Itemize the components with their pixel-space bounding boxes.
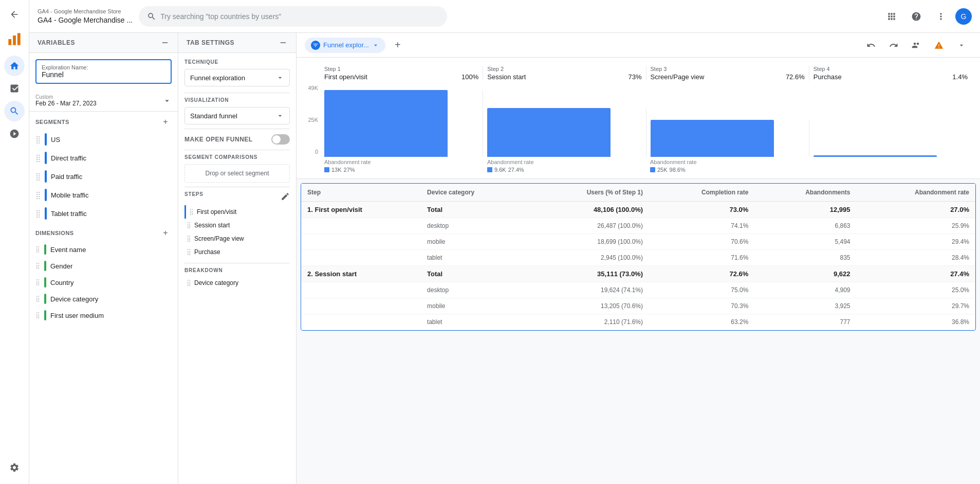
- dimension-item-first-user-medium[interactable]: ⣿ First user medium: [29, 307, 178, 324]
- abandon-color-3: [650, 167, 655, 172]
- dim-label-country: Country: [50, 279, 74, 286]
- cell-abandon-rate-2: 29.4%: [857, 234, 975, 250]
- funnel-chart: Step 1 First open/visit 100% Step 2 Sess…: [297, 58, 980, 179]
- cell-step-7: [301, 314, 421, 330]
- cell-device-2: mobile: [421, 234, 527, 250]
- drop-segment-box[interactable]: Drop or select segment: [184, 164, 290, 183]
- nav-reports[interactable]: [4, 78, 25, 99]
- nav-home[interactable]: [4, 56, 25, 76]
- step4-name: Purchase: [813, 73, 842, 81]
- cell-completion-2: 70.6%: [649, 234, 754, 250]
- date-chevron-icon: [162, 96, 172, 105]
- expand-button[interactable]: [951, 35, 972, 56]
- segment-item-direct-traffic[interactable]: ⣿ Direct traffic: [29, 149, 178, 167]
- abandon-count-2: 9.6K: [494, 167, 506, 173]
- step-item-screen-page-view[interactable]: ⣿ Screen/Page view: [184, 232, 290, 245]
- segment-item-mobile-traffic[interactable]: ⣿ Mobile traffic: [29, 186, 178, 204]
- segment-item-us[interactable]: ⣿ US: [29, 130, 178, 149]
- dim-handle-event-name: ⣿: [35, 246, 40, 253]
- nav-advertising[interactable]: [4, 123, 25, 144]
- technique-select[interactable]: Funnel exploration: [184, 69, 290, 86]
- cell-completion-0: 73.0%: [649, 202, 754, 218]
- step4-pct: 1.4%: [952, 73, 968, 81]
- nav-settings[interactable]: [4, 457, 25, 478]
- steps-edit-icon[interactable]: [281, 192, 290, 201]
- exploration-name-box[interactable]: Exploration Name: Funnel: [35, 59, 172, 84]
- step-item-purchase[interactable]: ⣿ Purchase: [184, 245, 290, 259]
- nav-explore[interactable]: [4, 101, 25, 121]
- search-bar[interactable]: Try searching "top countries by users": [139, 6, 447, 27]
- segment-bar-us: [45, 133, 47, 146]
- dimensions-section-header: DIMENSIONS +: [29, 223, 178, 241]
- open-funnel-toggle[interactable]: [271, 134, 290, 145]
- col-header-step: Step: [301, 184, 421, 202]
- chart-bars-container: 49K 25K 0: [305, 85, 972, 157]
- segments-section-header: SEGMENTS +: [29, 112, 178, 130]
- dimension-item-device-category[interactable]: ⣿ Device category: [29, 291, 178, 307]
- cell-device-5: desktop: [421, 282, 527, 298]
- cell-users-2: 18,699 (100.0%): [527, 234, 649, 250]
- tab-dropdown-icon[interactable]: [372, 42, 379, 49]
- table-row-1: desktop 26,487 (100.0%) 74.1% 6,863 25.9…: [301, 218, 975, 234]
- dimension-item-event-name[interactable]: ⣿ Event name: [29, 241, 178, 258]
- cell-abandon-5: 4,909: [754, 282, 856, 298]
- step1-name: First open/visit: [324, 73, 367, 81]
- y-label-25k: 25K: [308, 117, 318, 123]
- dimension-item-country[interactable]: ⣿ Country: [29, 274, 178, 291]
- cell-users-3: 2,945 (100.0%): [527, 250, 649, 266]
- dimension-item-gender[interactable]: ⣿ Gender: [29, 258, 178, 274]
- user-avatar[interactable]: G: [955, 8, 972, 25]
- warning-button[interactable]: [929, 35, 949, 56]
- redo-button[interactable]: [883, 35, 904, 56]
- breakdown-label: BREAKDOWN: [184, 267, 290, 273]
- cell-device-4: Total: [421, 266, 527, 282]
- table-row-6: mobile 13,205 (70.6%) 70.3% 3,925 29.7%: [301, 298, 975, 314]
- undo-button[interactable]: [861, 35, 881, 56]
- dim-bar-device-category: [44, 294, 46, 304]
- step1-name-row: First open/visit 100%: [324, 73, 478, 81]
- add-tab-button[interactable]: +: [390, 37, 406, 53]
- table-row-3: tablet 2,945 (100.0%) 71.6% 835 28.4%: [301, 250, 975, 266]
- more-options-button[interactable]: [931, 6, 951, 27]
- data-table: Step Device category Users (% of Step 1)…: [301, 183, 976, 331]
- visualization-select[interactable]: Standard funnel: [184, 107, 290, 124]
- variables-minimize-icon[interactable]: [160, 38, 170, 47]
- cell-abandon-7: 777: [754, 314, 856, 330]
- dimensions-list: ⣿ Event name ⣿ Gender ⣿ Country ⣿ Device…: [29, 241, 178, 324]
- cell-abandon-3: 835: [754, 250, 856, 266]
- segment-item-tablet-traffic[interactable]: ⣿ Tablet traffic: [29, 204, 178, 223]
- funnel-explore-tab[interactable]: Funnel explor...: [305, 38, 385, 53]
- left-navigation: [0, 0, 29, 484]
- step-label-session-start: Session start: [194, 222, 230, 229]
- apps-button[interactable]: [881, 6, 902, 27]
- step4-name-row: Purchase 1.4%: [813, 73, 968, 81]
- help-button[interactable]: [906, 6, 927, 27]
- add-segment-button[interactable]: +: [159, 116, 172, 128]
- technique-label: TECHNIQUE: [184, 59, 290, 65]
- cell-users-4: 35,111 (73.0%): [527, 266, 649, 282]
- step3-header: Step 3 Screen/Page view 72.6%: [646, 66, 809, 81]
- tab-settings-minimize-icon[interactable]: [279, 38, 288, 47]
- steps-header: STEPS: [184, 191, 290, 201]
- y-label-0: 0: [315, 149, 318, 155]
- cell-completion-7: 63.2%: [649, 314, 754, 330]
- abandon-pct-1: 27%: [344, 167, 355, 173]
- step2-header: Step 2 Session start 73%: [483, 66, 645, 81]
- nav-back-button[interactable]: [4, 4, 25, 25]
- segment-item-paid-traffic[interactable]: ⣿ Paid traffic: [29, 167, 178, 186]
- step-item-session-start[interactable]: ⣿ Session start: [184, 219, 290, 232]
- drag-handle-direct-traffic: ⣿: [35, 154, 41, 162]
- bar-col-1: [320, 90, 483, 157]
- date-range-selector[interactable]: Custom Feb 26 - Mar 27, 2023: [29, 90, 178, 112]
- col-header-abandonment-rate: Abandonment rate: [857, 184, 975, 202]
- cell-completion-4: 72.6%: [649, 266, 754, 282]
- share-button[interactable]: [906, 35, 927, 56]
- dim-bar-country: [44, 277, 46, 288]
- add-dimension-button[interactable]: +: [159, 227, 172, 239]
- breakdown-drag-handle: ⣿: [187, 279, 191, 286]
- bars-row: [320, 85, 972, 157]
- step-item-first-open[interactable]: ⣿ First open/visit: [184, 205, 290, 219]
- cell-users-1: 26,487 (100.0%): [527, 218, 649, 234]
- cell-users-0: 48,106 (100.0%): [527, 202, 649, 218]
- drag-handle-paid-traffic: ⣿: [35, 172, 41, 181]
